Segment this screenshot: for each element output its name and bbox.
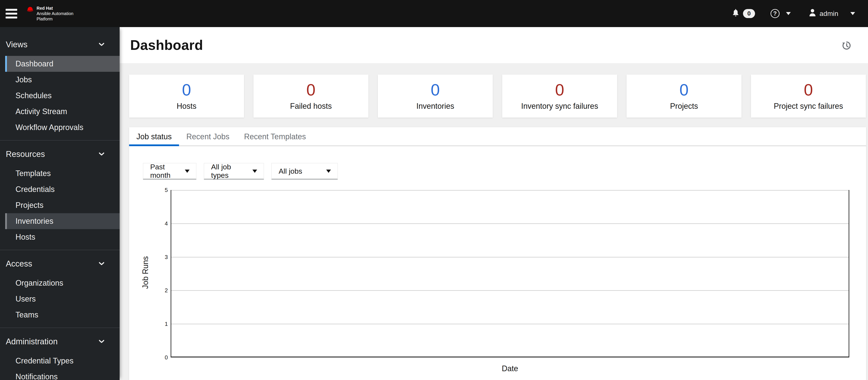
sidebar-group-resources[interactable]: Resources [0, 146, 120, 162]
select-value: All jobs [279, 167, 302, 175]
brand-text: Red Hat Ansible Automation Platform [37, 6, 73, 22]
help-menu[interactable]: ? [771, 9, 791, 18]
sidebar-group-label: Resources [6, 149, 45, 159]
notification-count-badge[interactable]: 0 [743, 9, 755, 18]
summary-card-failed-hosts[interactable]: 0Failed hosts [253, 75, 368, 117]
bell-icon[interactable] [732, 9, 740, 18]
chart-y-tick-label: 3 [148, 254, 168, 260]
filter-select-all-job-types[interactable]: All job types [204, 163, 264, 179]
nav-toggle-icon[interactable] [6, 7, 18, 21]
sidebar-group-access[interactable]: Access [0, 256, 120, 272]
tab-recent-templates[interactable]: Recent Templates [237, 127, 313, 146]
card-count[interactable]: 0 [431, 81, 440, 98]
question-circle-icon: ? [771, 9, 780, 18]
chart-gridline [171, 290, 849, 291]
sidebar-item-label: Organizations [16, 279, 63, 287]
page-title: Dashboard [130, 37, 203, 53]
sidebar-group-list: DashboardJobsSchedulesActivity StreamWor… [0, 56, 120, 135]
sidebar-group-list: OrganizationsUsersTeams [0, 275, 120, 323]
sidebar-group-views[interactable]: Views [0, 37, 120, 53]
sidebar-item-label: Schedules [16, 91, 52, 100]
sidebar-item-label: Credential Types [16, 356, 73, 366]
chart-y-axis-label: Job Runs [141, 230, 150, 315]
select-value: All job types [211, 163, 247, 179]
summary-card-inventory-sync-failures[interactable]: 0Inventory sync failures [502, 75, 617, 117]
username-label: admin [819, 10, 838, 18]
chart-y-tick-label: 4 [148, 220, 168, 227]
card-label: Failed hosts [290, 102, 332, 111]
history-icon[interactable] [841, 40, 851, 51]
summary-card-inventories[interactable]: 0Inventories [378, 75, 493, 117]
summary-card-hosts[interactable]: 0Hosts [129, 75, 244, 117]
sidebar-item-label: Teams [16, 310, 38, 319]
select-value: Past month [150, 163, 180, 179]
sidebar-item-label: Templates [16, 169, 51, 178]
chevron-down-icon [99, 340, 104, 343]
chart-y-tick-label: 1 [148, 321, 168, 327]
chart-gridline [171, 223, 849, 224]
summary-cards: 0Hosts0Failed hosts0Inventories0Inventor… [129, 75, 866, 117]
sidebar-item-label: Jobs [16, 75, 32, 84]
card-label: Inventory sync failures [521, 102, 598, 111]
sidebar-item-schedules[interactable]: Schedules [5, 88, 120, 104]
summary-card-project-sync-failures[interactable]: 0Project sync failures [751, 75, 866, 117]
sidebar-group-list: Credential TypesNotifications [0, 353, 120, 380]
tab-recent-jobs[interactable]: Recent Jobs [179, 127, 237, 146]
sidebar-item-users[interactable]: Users [5, 291, 120, 307]
chart-gridline [171, 190, 849, 191]
card-label: Project sync failures [774, 102, 843, 111]
chart-plot-area [170, 190, 849, 357]
sidebar-item-hosts[interactable]: Hosts [5, 229, 120, 245]
dashboard-graph-panel: Job statusRecent JobsRecent Templates Pa… [129, 127, 866, 380]
brand-line-1: Red Hat [37, 6, 73, 11]
sidebar-item-templates[interactable]: Templates [5, 166, 120, 181]
card-count[interactable]: 0 [306, 81, 315, 98]
sidebar-item-teams[interactable]: Teams [5, 307, 120, 323]
masthead-right: 0 ? admin [732, 9, 855, 19]
filter-select-past-month[interactable]: Past month [143, 163, 196, 179]
chevron-down-icon [99, 152, 104, 156]
caret-down-icon [252, 170, 257, 173]
card-count[interactable]: 0 [680, 81, 688, 98]
sidebar-item-notifications[interactable]: Notifications [5, 369, 120, 380]
chart-gridline [171, 324, 849, 324]
sidebar-item-label: Inventories [16, 217, 53, 226]
sidebar-divider [0, 327, 120, 328]
chart-y-ticks: 012345 [148, 190, 168, 357]
sidebar-item-projects[interactable]: Projects [5, 197, 120, 213]
summary-card-projects[interactable]: 0Projects [627, 75, 742, 117]
sidebar-item-jobs[interactable]: Jobs [5, 72, 120, 88]
sidebar-item-inventories[interactable]: Inventories [5, 213, 120, 229]
sidebar-item-organizations[interactable]: Organizations [5, 275, 120, 291]
sidebar-item-label: Notifications [16, 372, 58, 380]
sidebar-item-label: Dashboard [16, 59, 53, 68]
sidebar-group-label: Views [6, 40, 28, 49]
card-count[interactable]: 0 [804, 81, 813, 98]
brand-line-3: Platform [37, 16, 73, 22]
sidebar-item-credentials[interactable]: Credentials [5, 181, 120, 197]
sidebar-divider [0, 250, 120, 250]
brand-line-2: Ansible Automation [37, 11, 73, 16]
card-label: Inventories [416, 102, 454, 111]
sidebar-item-credential-types[interactable]: Credential Types [5, 353, 120, 369]
filter-select-all-jobs[interactable]: All jobs [271, 163, 338, 179]
chevron-down-icon [99, 262, 104, 266]
user-menu[interactable]: admin [809, 9, 855, 19]
card-count[interactable]: 0 [555, 81, 564, 98]
chart-y-tick-label: 2 [148, 287, 168, 293]
sidebar-group-label: Administration [6, 337, 58, 346]
brand-logo[interactable]: Red Hat Ansible Automation Platform [26, 6, 73, 22]
redhat-fedora-icon [26, 6, 34, 14]
chart-filters: Past monthAll job typesAll jobs [143, 163, 866, 179]
sidebar-item-workflow-approvals[interactable]: Workflow Approvals [5, 119, 120, 135]
tab-job-status[interactable]: Job status [129, 127, 179, 146]
caret-down-icon [326, 170, 331, 173]
help-caret-down-icon [786, 12, 791, 15]
sidebar-group-administration[interactable]: Administration [0, 334, 120, 349]
sidebar-item-dashboard[interactable]: Dashboard [5, 56, 120, 72]
sidebar-group-label: Access [6, 259, 32, 269]
sidebar-item-label: Credentials [16, 185, 55, 194]
card-count[interactable]: 0 [182, 81, 191, 98]
user-caret-down-icon [850, 12, 855, 15]
sidebar-item-activity-stream[interactable]: Activity Stream [5, 104, 120, 119]
